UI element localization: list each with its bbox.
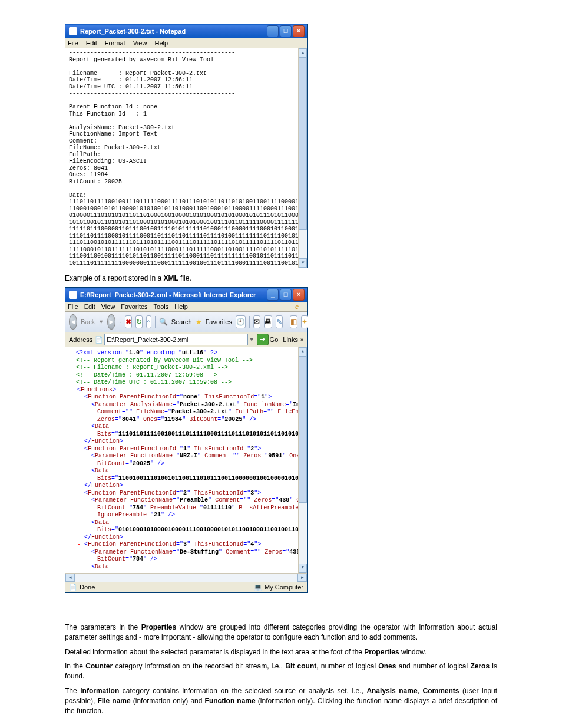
ie-body: <?xml version="1.0" encoding="utf-16" ?>…: [65, 347, 307, 573]
address-input[interactable]: [104, 334, 247, 345]
ie-menu-file[interactable]: File: [68, 303, 78, 310]
go-button[interactable]: ➔: [257, 334, 269, 345]
xml-comment: <!-- Filename : Report_Packet-300-2.xml …: [76, 364, 303, 372]
menu-edit[interactable]: Edit: [86, 39, 97, 47]
refresh-button[interactable]: ↻: [135, 315, 143, 328]
search-label[interactable]: Search: [171, 318, 192, 325]
ie-menu-tools[interactable]: Tools: [154, 303, 169, 310]
collapse-toggle[interactable]: -: [70, 387, 74, 393]
menu-format[interactable]: Format: [105, 39, 125, 47]
maximize-button[interactable]: □: [280, 25, 292, 37]
go-label: Go: [270, 336, 279, 343]
notepad-titlebar[interactable]: Report_Packet-300-2.txt - Notepad _ □ ×: [65, 24, 307, 38]
address-label: Address: [69, 336, 92, 343]
ie-vertical-scrollbar[interactable]: ▴ ▾: [298, 347, 307, 573]
xml-comment: <!-- Date/Time : 01.11.2007 12:59:08 -->: [76, 372, 303, 380]
body-text: The parameters in the Properties window …: [65, 622, 497, 716]
scroll-thumb[interactable]: [299, 57, 307, 230]
ie-status-bar: 📄 Done 💻 My Computer: [65, 582, 307, 592]
close-button[interactable]: ×: [293, 25, 305, 37]
menu-file[interactable]: File: [68, 39, 78, 47]
ie-close-button[interactable]: ×: [293, 289, 305, 301]
ie-horizontal-scrollbar[interactable]: ◂ ▸: [65, 573, 307, 582]
vertical-scrollbar[interactable]: ▴ ▾: [298, 48, 307, 268]
collapse-toggle[interactable]: -: [77, 394, 81, 400]
mail-button[interactable]: ✉: [253, 315, 260, 328]
scroll-down-button[interactable]: ▾: [299, 258, 307, 268]
ie-icon: [69, 291, 77, 299]
scroll-up-button[interactable]: ▴: [299, 48, 307, 58]
edit-button[interactable]: ✎: [276, 315, 283, 328]
xml-comment: <!-- Date/Time UTC : 01.11.2007 11:59:08…: [76, 379, 303, 387]
collapse-toggle[interactable]: -: [77, 541, 81, 548]
paragraph-3: In the Counter category information on t…: [65, 661, 497, 681]
ie-maximize-button[interactable]: □: [280, 289, 292, 301]
notepad-menubar: File Edit Format View Help: [65, 38, 307, 48]
favorites-label[interactable]: Favorites: [206, 318, 232, 325]
ie-scroll-left-button[interactable]: ◂: [65, 574, 75, 582]
paragraph-1: The parameters in the Properties window …: [65, 622, 497, 643]
collapse-toggle[interactable]: -: [77, 490, 81, 496]
status-zone-icon: 💻: [254, 584, 262, 591]
status-page-icon: 📄: [69, 584, 77, 591]
toolbar-extra-1[interactable]: ◧: [290, 315, 297, 328]
paragraph-4: The Information category contains inform…: [65, 686, 497, 716]
ie-title: E:\\Report_Packet-300-2.xml - Microsoft …: [80, 291, 256, 298]
xml-comment: <!-- Report generated by Wavecom Bit Vie…: [76, 357, 303, 365]
favorites-icon: ★: [196, 318, 202, 326]
menu-help[interactable]: Help: [154, 39, 168, 47]
notepad-title: Report_Packet-300-2.txt - Notepad: [80, 28, 186, 35]
ie-minimize-button[interactable]: _: [267, 289, 279, 301]
ie-logo-icon: e: [295, 303, 299, 310]
status-zone: My Computer: [265, 584, 303, 591]
back-label: Back: [81, 318, 95, 325]
ie-menubar: File Edit View Favorites Tools Help e: [65, 302, 307, 312]
paragraph-2: Detailed information about the selected …: [65, 647, 497, 657]
ie-scroll-thumb[interactable]: [299, 356, 307, 503]
ie-menu-help[interactable]: Help: [174, 303, 188, 310]
ie-menu-favorites[interactable]: Favorites: [121, 303, 147, 310]
ie-menu-edit[interactable]: Edit: [84, 303, 95, 310]
ie-scroll-right-button[interactable]: ▸: [297, 574, 307, 582]
notepad-body: ----------------------------------------…: [65, 48, 307, 268]
home-button[interactable]: ⌂: [146, 315, 151, 328]
links-chevron-icon[interactable]: »: [300, 337, 303, 342]
ie-address-bar: Address 📄 ▼ ➔ Go Links »: [65, 332, 307, 347]
notepad-icon: [69, 27, 77, 35]
search-icon: 🔍: [159, 318, 168, 326]
ie-menu-view[interactable]: View: [101, 303, 115, 310]
ie-window: E:\\Report_Packet-300-2.xml - Microsoft …: [65, 287, 308, 593]
print-button[interactable]: 🖶: [264, 315, 272, 328]
ie-scroll-up-button[interactable]: ▴: [299, 347, 307, 357]
ie-scroll-down-button[interactable]: ▾: [299, 564, 307, 573]
caption: Example of a report stored in a XML file…: [65, 274, 497, 282]
toolbar-extra-2[interactable]: ✦: [301, 315, 308, 328]
ie-toolbar: ◄ Back ▼ ► · ✖ ↻ ⌂ 🔍 Search ★ Favorites …: [65, 312, 307, 332]
menu-view[interactable]: View: [133, 39, 147, 47]
minimize-button[interactable]: _: [267, 25, 279, 37]
address-dropdown-icon[interactable]: ▼: [249, 337, 254, 342]
status-done: Done: [80, 584, 95, 591]
ie-titlebar[interactable]: E:\\Report_Packet-300-2.xml - Microsoft …: [65, 288, 307, 302]
notepad-window: Report_Packet-300-2.txt - Notepad _ □ × …: [65, 24, 308, 268]
back-dropdown-icon[interactable]: ▼: [98, 319, 104, 325]
notepad-content[interactable]: ----------------------------------------…: [69, 50, 306, 266]
back-button[interactable]: ◄: [69, 314, 77, 330]
collapse-toggle[interactable]: -: [77, 446, 81, 452]
links-label[interactable]: Links: [283, 336, 298, 343]
history-button[interactable]: 🕘: [236, 315, 246, 328]
address-file-icon: 📄: [95, 336, 103, 344]
stop-button[interactable]: ✖: [125, 315, 132, 328]
forward-button[interactable]: ►: [107, 314, 115, 330]
